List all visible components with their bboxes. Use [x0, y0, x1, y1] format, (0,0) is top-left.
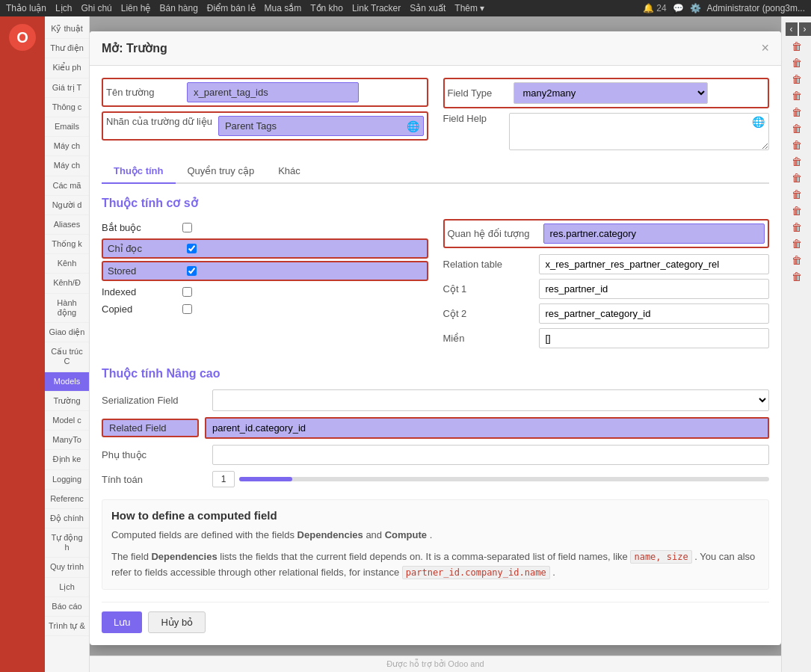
save-button[interactable]: Lưu	[102, 611, 142, 633]
left-item-tu-dong[interactable]: Tự động h	[45, 528, 89, 558]
nav-lich[interactable]: Lịch	[55, 3, 72, 13]
left-item-emails[interactable]: Emails	[45, 117, 89, 137]
nav-diem-ban-le[interactable]: Điểm bán lẻ	[207, 3, 256, 13]
serialization-select[interactable]	[212, 389, 769, 411]
quan-he-input[interactable]	[543, 224, 765, 244]
field-help-label: Field Help	[443, 113, 503, 124]
left-item-ky-thuat[interactable]: Kỹ thuật	[45, 19, 89, 39]
info-bold-deps2: Dependencies	[151, 551, 217, 562]
field-help-textarea[interactable]	[509, 113, 770, 150]
nav-ghi-chu[interactable]: Ghi chú	[81, 3, 111, 13]
notification-icon[interactable]: 🔔 24	[643, 3, 667, 13]
left-item-cau-truc[interactable]: Cấu trúc C	[45, 342, 89, 372]
nav-thao-luan[interactable]: Thảo luận	[6, 3, 46, 13]
stored-checkbox[interactable]	[187, 266, 197, 276]
cancel-button[interactable]: Hủy bỏ	[148, 611, 206, 633]
checkboxes-col: Bắt buộc Chỉ đọc Stored	[102, 219, 428, 348]
left-item-trinh-tu[interactable]: Trình tự &	[45, 617, 89, 636]
related-field-input[interactable]	[205, 417, 769, 439]
right-icons: ‹ › 🗑 🗑 🗑 🗑 🗑 🗑 🗑 🗑 🗑 🗑 🗑 🗑 🗑 🗑 🗑	[781, 16, 811, 672]
left-item-aliases[interactable]: Aliases	[45, 215, 89, 235]
left-item-lich[interactable]: Lịch	[45, 578, 89, 597]
top-form-row: Tên trường Nhãn của trường dữ liệu 🌐	[102, 78, 769, 150]
trash-icon-15[interactable]: 🗑	[792, 271, 802, 283]
trash-icon-13[interactable]: 🗑	[792, 238, 802, 250]
trash-icon-7[interactable]: 🗑	[792, 139, 802, 151]
left-item-dinh-ke[interactable]: Định ke	[45, 450, 89, 469]
col2-input[interactable]	[539, 303, 770, 324]
field-label-input[interactable]	[218, 116, 424, 136]
trash-icon-1[interactable]: 🗑	[792, 40, 802, 52]
footer-text: Được hỗ trợ bởi Odoo and	[386, 659, 484, 668]
settings-icon[interactable]: ⚙️	[690, 3, 701, 13]
nav-ton-kho[interactable]: Tồn kho	[310, 3, 343, 13]
nav-san-xuat[interactable]: Sản xuất	[410, 3, 445, 13]
nav-mua-sam[interactable]: Mua sắm	[265, 3, 302, 13]
trash-icon-8[interactable]: 🗑	[792, 155, 802, 167]
trash-icon-12[interactable]: 🗑	[792, 221, 802, 233]
field-name-input[interactable]	[187, 82, 359, 102]
left-item-giao-dien[interactable]: Giao diện	[45, 323, 89, 342]
left-item-nguoi-d[interactable]: Người d	[45, 196, 89, 215]
left-item-quy-trinh[interactable]: Quy trình	[45, 558, 89, 577]
nav-them[interactable]: Thêm ▾	[454, 3, 484, 13]
info-text-2: The field Dependencies lists the fields …	[111, 549, 759, 581]
col2-label: Cột 2	[443, 308, 533, 319]
trash-icon-5[interactable]: 🗑	[792, 106, 802, 118]
left-item-hanh-dong[interactable]: Hành động	[45, 294, 89, 323]
user-menu[interactable]: Administrator (pong3m...	[707, 3, 805, 13]
tab-thuoc-tinh[interactable]: Thuộc tính	[102, 159, 176, 184]
left-item-may-ch2[interactable]: Máy ch	[45, 156, 89, 176]
chi-doc-checkbox[interactable]	[187, 244, 197, 253]
mien-input[interactable]	[539, 328, 770, 348]
trash-icon-11[interactable]: 🗑	[792, 205, 802, 217]
col1-label: Cột 1	[443, 283, 533, 295]
nav-right-button[interactable]: ›	[799, 22, 811, 36]
left-item-do-chinh[interactable]: Độ chính	[45, 509, 89, 528]
left-item-thong-k[interactable]: Thống k	[45, 235, 89, 254]
left-item-may-ch1[interactable]: Máy ch	[45, 137, 89, 156]
left-item-models[interactable]: Models	[45, 372, 89, 392]
left-item-thong[interactable]: Thông c	[45, 98, 89, 117]
nav-ban-hang[interactable]: Bán hàng	[159, 3, 197, 13]
left-item-gia-tri[interactable]: Giá trị T	[45, 78, 89, 98]
trash-icon-14[interactable]: 🗑	[792, 254, 802, 266]
left-item-kenh[interactable]: Kênh	[45, 254, 89, 274]
left-item-kenh-d[interactable]: Kênh/Đ	[45, 274, 89, 293]
left-item-logging[interactable]: Logging	[45, 470, 89, 490]
tab-khac[interactable]: Khác	[266, 159, 312, 184]
left-item-cac-ma[interactable]: Các mã	[45, 176, 89, 196]
phu-thuoc-input[interactable]	[212, 445, 769, 465]
chat-icon[interactable]: 💬	[673, 3, 684, 13]
tab-quyen-truy-cap[interactable]: Quyền truy cập	[176, 159, 267, 184]
col1-input[interactable]	[539, 279, 770, 299]
modal-body: Tên trường Nhãn của trường dữ liệu 🌐	[90, 66, 781, 645]
nav-link-tracker[interactable]: Link Tracker	[352, 3, 401, 13]
sidebar-logo[interactable]: O	[9, 24, 36, 51]
left-item-referenc[interactable]: Referenc	[45, 490, 89, 509]
left-item-bao-cao[interactable]: Báo cáo	[45, 597, 89, 617]
trash-icon-3[interactable]: 🗑	[792, 73, 802, 85]
left-item-truong[interactable]: Trường	[45, 392, 89, 411]
bat-buoc-checkbox[interactable]	[182, 223, 192, 232]
left-item-model-c[interactable]: Model c	[45, 411, 89, 431]
left-item-thu-dien[interactable]: Thư điện	[45, 39, 89, 58]
relation-table-input[interactable]	[539, 254, 770, 274]
bat-buoc-row: Bắt buộc	[102, 219, 428, 236]
modal-title: Mở: Trường	[102, 41, 167, 55]
trash-icon-10[interactable]: 🗑	[792, 188, 802, 200]
field-type-select[interactable]: many2many	[514, 82, 708, 104]
indexed-checkbox[interactable]	[182, 287, 192, 297]
modal-close-button[interactable]: ×	[761, 40, 769, 56]
tinh-toan-slider[interactable]	[239, 477, 769, 481]
left-item-kieu-ph[interactable]: Kiểu ph	[45, 58, 89, 78]
tabs: Thuộc tính Quyền truy cập Khác	[102, 159, 769, 184]
copied-checkbox[interactable]	[182, 304, 192, 314]
trash-icon-9[interactable]: 🗑	[792, 172, 802, 184]
trash-icon-4[interactable]: 🗑	[792, 90, 802, 102]
trash-icon-2[interactable]: 🗑	[792, 57, 802, 69]
trash-icon-6[interactable]: 🗑	[792, 123, 802, 135]
nav-lien-he[interactable]: Liên hệ	[121, 3, 151, 13]
left-item-manyto[interactable]: ManyTo	[45, 431, 89, 450]
nav-left-button[interactable]: ‹	[786, 22, 798, 36]
